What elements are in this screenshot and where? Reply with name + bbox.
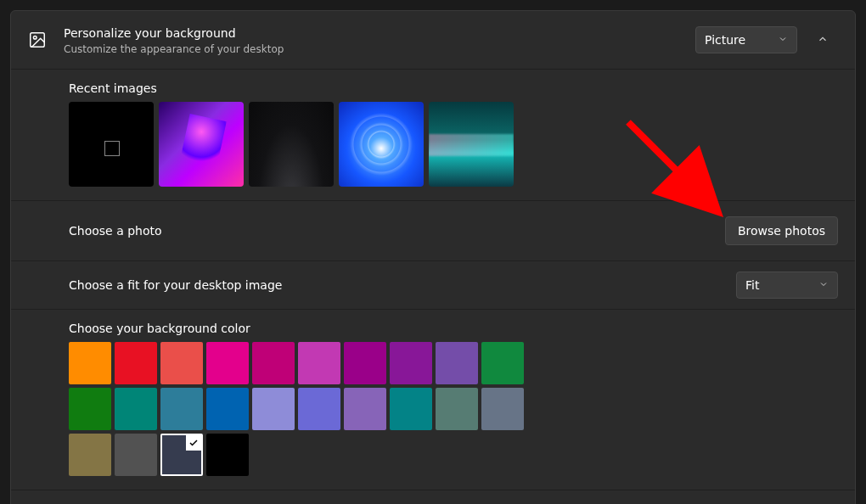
color-swatch[interactable] <box>69 388 111 430</box>
collapse-button[interactable] <box>807 25 838 55</box>
svg-point-1 <box>33 36 37 39</box>
color-swatch[interactable] <box>115 388 157 430</box>
fit-row: Choose a fit for your desktop image Fit <box>11 261 855 310</box>
bgcolor-section: Choose your background color <box>11 310 855 490</box>
color-swatch[interactable] <box>160 434 203 476</box>
card-subtitle: Customize the appearance of your desktop <box>64 43 695 55</box>
recent-images-section: Recent images <box>11 70 855 201</box>
choose-photo-row: Choose a photo Browse photos <box>11 201 855 261</box>
color-swatch[interactable] <box>436 388 478 430</box>
color-swatch[interactable] <box>344 342 386 384</box>
recent-images-label: Recent images <box>69 81 855 95</box>
bgcolor-label: Choose your background color <box>69 322 855 335</box>
background-settings-card: Personalize your background Customize th… <box>10 10 856 504</box>
fit-select[interactable]: Fit <box>736 272 838 299</box>
check-icon <box>186 435 201 451</box>
color-swatch[interactable] <box>298 342 340 384</box>
recent-images-list <box>69 102 855 187</box>
chevron-down-icon <box>778 33 788 47</box>
color-swatch[interactable] <box>69 342 111 384</box>
card-title: Personalize your background <box>64 25 695 42</box>
fit-label: Choose a fit for your desktop image <box>69 278 736 292</box>
chevron-up-icon <box>817 33 829 48</box>
color-swatch[interactable] <box>436 342 478 384</box>
color-swatch[interactable] <box>206 388 249 430</box>
color-swatch[interactable] <box>206 434 249 476</box>
card-header: Personalize your background Customize th… <box>11 11 855 70</box>
color-swatch[interactable] <box>69 434 111 476</box>
color-swatch-grid <box>69 342 527 476</box>
recent-image-thumb[interactable] <box>69 102 154 187</box>
image-icon <box>28 31 47 49</box>
color-swatch[interactable] <box>481 342 524 384</box>
background-mode-value: Picture <box>705 33 745 47</box>
color-swatch[interactable] <box>115 434 157 476</box>
color-swatch[interactable] <box>252 342 295 384</box>
color-swatch[interactable] <box>206 342 249 384</box>
recent-image-thumb[interactable] <box>249 102 334 187</box>
color-swatch[interactable] <box>160 388 203 430</box>
recent-image-thumb[interactable] <box>429 102 514 187</box>
custom-colors-row: Custom colors View colors <box>11 490 855 504</box>
chevron-down-icon <box>818 278 829 292</box>
color-swatch[interactable] <box>160 342 203 384</box>
color-swatch[interactable] <box>298 388 340 430</box>
recent-image-thumb[interactable] <box>159 102 244 187</box>
background-mode-select[interactable]: Picture <box>695 26 797 53</box>
color-swatch[interactable] <box>390 342 432 384</box>
color-swatch[interactable] <box>390 388 432 430</box>
color-swatch[interactable] <box>481 388 524 430</box>
color-swatch[interactable] <box>344 388 386 430</box>
color-swatch[interactable] <box>252 388 295 430</box>
browse-photos-button[interactable]: Browse photos <box>725 216 838 245</box>
choose-photo-label: Choose a photo <box>69 224 725 238</box>
color-swatch[interactable] <box>115 342 157 384</box>
fit-value: Fit <box>745 278 759 292</box>
recent-image-thumb[interactable] <box>339 102 424 187</box>
